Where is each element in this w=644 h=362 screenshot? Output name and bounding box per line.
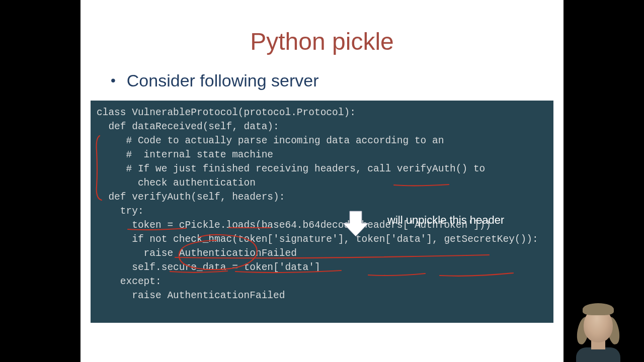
code-line: check authentication bbox=[97, 176, 547, 190]
code-line: self.secure_data = token['data'] bbox=[97, 260, 547, 275]
bullet-text: Consider following server bbox=[127, 70, 319, 90]
code-line: raise AuthenticationFailed bbox=[97, 246, 547, 260]
bullet-item: • Consider following server bbox=[111, 70, 564, 90]
code-line: class VulnerableProtocol(protocol.Protoc… bbox=[97, 106, 547, 120]
annotation-label: will unpickle this header bbox=[387, 213, 504, 227]
code-line: except: bbox=[97, 275, 547, 289]
code-line: # If we just finished receiving headers,… bbox=[97, 162, 547, 176]
code-line: def dataReceived(self, data): bbox=[97, 120, 547, 134]
webcam-thumbnail bbox=[569, 299, 626, 359]
code-line: raise AuthenticationFailed bbox=[97, 289, 547, 303]
code-line: # internal state machine bbox=[97, 148, 547, 162]
bullet-dot-icon: • bbox=[111, 70, 116, 90]
code-block: class VulnerableProtocol(protocol.Protoc… bbox=[91, 101, 553, 323]
slide-title: Python pickle bbox=[80, 28, 564, 55]
code-line: def verifyAuth(self, headers): bbox=[97, 190, 547, 204]
code-line: if not check_hmac(token['signature'], to… bbox=[97, 232, 547, 246]
code-line: # Code to actually parse incoming data a… bbox=[97, 134, 547, 148]
arrow-down-icon bbox=[341, 209, 370, 238]
slide: Python pickle • Consider following serve… bbox=[80, 0, 564, 362]
